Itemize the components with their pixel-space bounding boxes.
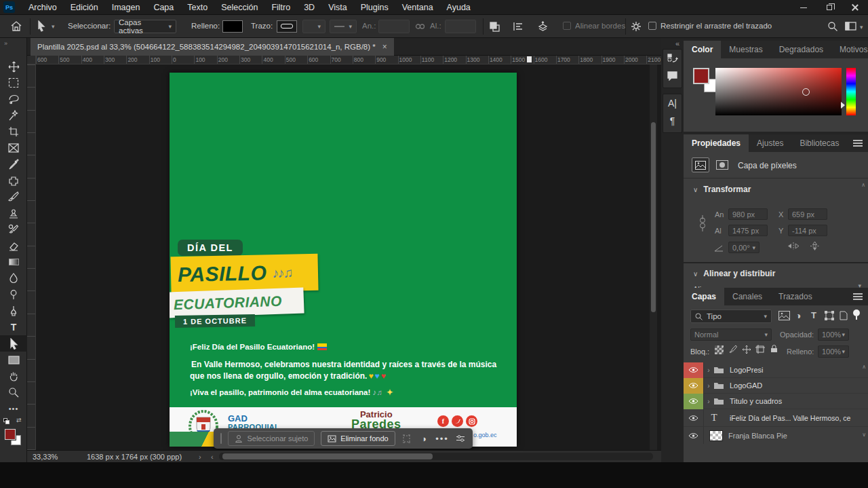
layer-filter-box[interactable]: Tipo ▾ [690,309,772,323]
magic-wand-tool[interactable] [0,107,27,124]
tab-propiedades[interactable]: Propiedades [684,134,749,152]
expand-tools-icon[interactable]: » [4,40,8,47]
menu-item[interactable]: Vista [321,3,354,12]
tab-capas[interactable]: Capas [684,288,724,305]
boolean-ops-icon[interactable] [490,22,500,32]
tab-bibliotecas[interactable]: Bibliotecas [791,134,847,152]
menu-item[interactable]: 3D [297,3,321,12]
lock-paint-icon[interactable] [728,345,737,354]
ctxbar-drag-handle[interactable] [220,433,222,444]
filter-pixel-icon[interactable] [778,311,790,320]
comments-panel-icon[interactable] [663,67,682,85]
transform-section-header[interactable]: ∨Transformar [693,185,751,194]
history-brush-tool[interactable] [0,221,27,238]
move-tool-icon[interactable] [37,20,46,32]
flip-vertical-icon[interactable] [810,241,820,251]
layer-row[interactable]: › LogoPresi [684,362,868,378]
menu-item[interactable]: Archivo [22,3,64,12]
tab-muestras[interactable]: Muestras [721,41,770,58]
vertical-scrollbar[interactable] [650,64,657,450]
move-tool[interactable] [0,58,27,75]
tab-canales[interactable]: Canales [724,288,770,305]
tab-trazados[interactable]: Trazados [770,288,821,305]
hand-tool[interactable] [0,368,27,384]
path-selection-tool[interactable] [0,335,27,352]
flip-horizontal-icon[interactable] [787,242,800,250]
workspace-caret[interactable]: ▾ [860,24,863,31]
horizontal-ruler[interactable]: 6005004003002001000100200300400500600700… [36,56,661,64]
color-field[interactable] [715,68,842,115]
gear-icon[interactable] [631,21,642,32]
menu-item[interactable]: Capa [146,3,180,12]
menu-item[interactable]: Filtro [264,3,297,12]
properties-sliders-icon[interactable] [455,434,466,443]
restore-button[interactable] [816,0,842,15]
layer-row[interactable]: › LogoGAD [684,378,868,394]
menu-item[interactable]: Imagen [105,3,147,12]
menu-item[interactable]: Ayuda [440,3,477,12]
color-field-cursor[interactable] [802,88,810,96]
lock-artboard-icon[interactable] [755,345,765,354]
crop-tool[interactable] [0,124,27,140]
layer-row[interactable]: T iFeliz Día del Pas... Valle Hermoso, c… [684,409,868,427]
pixel-layer-icon[interactable] [692,157,709,172]
remove-background-button[interactable]: Eliminar fondo [321,431,395,446]
eyedropper-tool[interactable] [0,156,27,172]
layer-thumbnail[interactable] [709,430,723,441]
menu-item[interactable]: Texto [180,3,214,12]
hue-slider-arrow[interactable] [841,102,845,109]
align-section-header[interactable]: ∨Alinear y distribuir [693,269,775,278]
tab-color[interactable]: Color [684,41,721,58]
panel-scroll-up-icon[interactable]: ∧ [861,182,865,188]
collapse-panels-icon[interactable]: « [675,39,679,48]
group-expand-caret[interactable]: › [704,398,713,405]
layer-visibility-toggle[interactable] [684,409,704,427]
fill-swatch[interactable] [222,20,243,33]
menu-item[interactable]: Ventana [395,3,440,12]
paragraph-panel-icon[interactable]: ¶ [663,112,682,130]
layer-visibility-toggle[interactable] [684,378,704,394]
eraser-tool[interactable] [0,238,27,254]
menu-item[interactable]: Selección [214,3,264,12]
marquee-tool[interactable] [0,75,27,91]
minimize-button[interactable] [791,0,816,15]
filter-toggle-icon[interactable] [853,309,860,320]
default-colors-icon[interactable] [3,418,10,425]
lock-transparency-icon[interactable] [715,345,724,354]
character-panel-icon[interactable]: A| [663,94,682,112]
filter-adjustment-icon[interactable]: ◑ [795,310,801,321]
layer-row[interactable]: › Titulo y cuadros [684,394,868,409]
layer-visibility-toggle[interactable] [684,362,704,378]
layers-scroll-up-icon[interactable]: ∧ [862,364,866,370]
more-options-icon[interactable]: ••• [435,434,449,444]
adjustments-icon[interactable]: ◑ [418,434,429,444]
history-panel-icon[interactable] [663,50,682,67]
mask-icon[interactable] [713,157,731,172]
pen-tool[interactable] [0,303,27,319]
dodge-tool[interactable] [0,286,27,303]
foreground-color-swatch[interactable] [5,429,16,440]
zoom-level-field[interactable]: 33,33% [33,453,58,461]
document-tab[interactable]: Plantilla 2025.psd al 33,3% (504664122_5… [31,38,394,56]
tab-ajustes[interactable]: Ajustes [749,134,791,152]
horizontal-scrollbar[interactable] [219,453,653,460]
tab-close-icon[interactable]: × [382,42,387,52]
clone-stamp-tool[interactable] [0,205,27,221]
properties-panel-menu-icon[interactable] [853,140,863,147]
path-arrangement-icon[interactable] [537,21,549,32]
layers-scroll-down-icon[interactable]: ∨ [862,432,866,438]
healing-brush-tool[interactable] [0,172,27,189]
select-mode-dropdown[interactable]: Capas activas▾ [114,20,176,33]
layer-row[interactable]: Franja Blanca Pie [684,427,868,444]
group-expand-caret[interactable]: › [704,367,713,374]
filter-smartobject-icon[interactable] [840,311,848,320]
link-wh-icon[interactable] [698,214,707,232]
type-tool[interactable]: T [0,319,27,335]
filter-shape-icon[interactable] [825,311,834,320]
vertical-scrollbar-thumb[interactable] [651,122,656,312]
stroke-swatch[interactable] [277,20,297,33]
hue-strip[interactable] [846,68,856,115]
layer-visibility-toggle[interactable] [684,427,704,444]
hscroll-left-arrow-icon[interactable]: ‹ [211,453,214,461]
horizontal-scrollbar-thumb[interactable] [222,453,433,459]
